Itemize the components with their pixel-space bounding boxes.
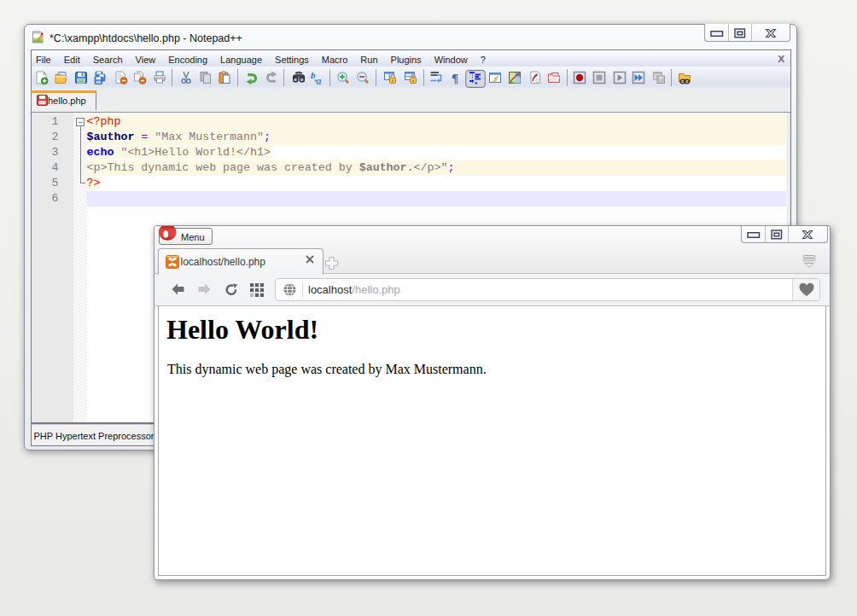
svg-text:{}: {} (535, 78, 539, 83)
svg-text:¶: ¶ (452, 72, 458, 85)
svg-text:b: b (311, 70, 316, 80)
svg-text:a: a (316, 75, 321, 87)
